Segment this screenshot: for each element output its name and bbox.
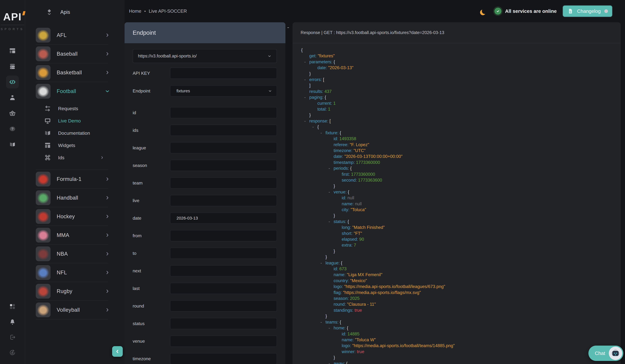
submenu-item-live-demo[interactable]: Live Demo <box>25 115 125 127</box>
param-league-input[interactable] <box>170 142 277 153</box>
param-ids-input[interactable] <box>170 125 277 136</box>
param-row-round: round <box>133 300 277 311</box>
submenu-item-label: Ids <box>58 155 100 160</box>
sidebar-item-mma[interactable]: MMA <box>25 226 125 244</box>
response-header-text: Response | GET : https://v3.football.api… <box>301 30 444 35</box>
breadcrumb-home[interactable]: Home <box>129 8 141 14</box>
sidebar-header-apis[interactable]: Apis <box>25 0 125 26</box>
sidebar-item-afl[interactable]: AFL <box>25 26 125 44</box>
json-line: -{ <box>317 124 618 130</box>
json-collapse-toggle[interactable]: - <box>329 219 330 224</box>
rail-notifications-button[interactable] <box>6 315 19 328</box>
sidebar-item-formula-1[interactable]: Formula-1 <box>25 170 125 188</box>
param-live-input[interactable] <box>170 195 277 206</box>
chevron-right-icon <box>105 251 110 256</box>
json-collapse-toggle[interactable]: - <box>329 361 330 364</box>
json-collapse-toggle[interactable]: - <box>329 189 330 195</box>
param-last-input[interactable] <box>170 283 277 294</box>
param-team-input[interactable] <box>170 177 277 189</box>
json-collapse-toggle[interactable]: - <box>304 77 306 83</box>
chevron-right-icon <box>105 195 110 200</box>
param-to-input[interactable] <box>170 248 277 259</box>
param-row-ids: ids <box>133 125 277 136</box>
rail-dashboard-button[interactable] <box>6 44 19 57</box>
submenu-item-widgets[interactable]: Widgets <box>25 139 125 151</box>
submenu-item-ids[interactable]: Ids <box>25 151 125 164</box>
rail-apps-button[interactable] <box>6 300 19 313</box>
api-sports-logo[interactable]: API SPORTS <box>1 12 24 31</box>
json-line: } <box>325 313 618 319</box>
param-season-input[interactable] <box>170 160 277 171</box>
submenu-item-requests[interactable]: Requests <box>25 102 125 115</box>
sidebar-item-handball[interactable]: Handball <box>25 189 125 207</box>
json-line: get: "fixtures" <box>309 53 618 59</box>
json-line: } <box>334 355 618 361</box>
param-date-input[interactable]: 2026-03-13 <box>170 213 277 224</box>
sidebar-item-volleyball[interactable]: Volleyball <box>25 301 125 319</box>
rail-help-button[interactable]: ? <box>6 122 19 135</box>
json-line: -fixture: { <box>325 130 618 136</box>
chevron-down-icon <box>105 88 110 94</box>
bell-icon <box>9 318 16 326</box>
rail-live-demo-button[interactable] <box>6 76 19 88</box>
api-key-label: API KEY <box>133 71 170 76</box>
param-venue-input[interactable] <box>170 336 277 347</box>
basketball-sport-art <box>36 65 51 80</box>
sidebar-item-nfl[interactable]: NFL <box>25 263 125 282</box>
param-id-input[interactable] <box>170 107 277 118</box>
chat-label: Chat <box>595 350 605 356</box>
json-line: -errors: [ <box>309 77 618 83</box>
changelog-button[interactable]: Changelog <box>563 6 612 17</box>
json-collapse-toggle[interactable]: - <box>304 118 306 124</box>
param-timezone-input[interactable] <box>170 353 277 364</box>
football-submenu: RequestsLive DemoDocumentationWidgetsIds <box>25 100 125 169</box>
status-text: All services are online <box>505 8 557 14</box>
json-collapse-toggle[interactable]: - <box>329 325 330 331</box>
param-from-input[interactable] <box>170 230 277 241</box>
param-round-input[interactable] <box>170 300 277 311</box>
json-line: -parameters: { <box>309 59 618 65</box>
sidebar-item-rugby[interactable]: Rugby <box>25 282 125 300</box>
json-line: -league: { <box>325 260 618 266</box>
param-next-input[interactable] <box>170 265 277 277</box>
sidebar-item-label: AFL <box>57 32 105 38</box>
api-key-input[interactable] <box>170 68 277 79</box>
json-collapse-toggle[interactable]: - <box>304 94 306 100</box>
base-url-select[interactable]: https://v3.football.api-sports.io/ <box>133 49 277 63</box>
param-venue-label: venue <box>133 339 170 344</box>
json-line: id: null <box>342 195 618 201</box>
sidebar-item-football[interactable]: Football <box>25 82 125 100</box>
chevron-right-icon <box>105 214 110 219</box>
sidebar-divider <box>36 319 108 319</box>
rail-subscriptions-button[interactable] <box>6 107 19 120</box>
app-root: API SPORTS ? Apis AFLBaseballBasketballF… <box>0 0 625 364</box>
nfl-sport-art <box>36 265 51 280</box>
chat-button[interactable]: Chat <box>588 346 623 361</box>
json-line: -status: { <box>334 219 618 224</box>
rail-account-button[interactable] <box>6 91 19 104</box>
sidebar-item-nba[interactable]: NBA <box>25 245 125 263</box>
json-collapse-toggle[interactable]: - <box>320 319 322 325</box>
sidebar-item-basketball[interactable]: Basketball <box>25 63 125 82</box>
theme-moon-icon[interactable] <box>482 8 487 14</box>
json-collapse-toggle[interactable]: - <box>304 59 306 65</box>
endpoint-select[interactable]: fixtures <box>170 85 277 96</box>
sidebar-collapse-button[interactable] <box>112 346 123 357</box>
book-icon <box>9 141 16 148</box>
json-collapse-toggle[interactable]: - <box>320 130 322 136</box>
json-collapse-toggle[interactable]: - <box>329 166 330 171</box>
rail-server-button[interactable] <box>6 60 19 73</box>
json-collapse-toggle[interactable]: - <box>320 260 322 266</box>
json-collapse-toggle[interactable]: - <box>312 124 314 130</box>
rail-documentation-button[interactable] <box>6 138 19 151</box>
submenu-item-documentation[interactable]: Documentation <box>25 127 125 139</box>
rail-logout-button[interactable] <box>6 331 19 344</box>
nba-sport-art <box>36 247 51 261</box>
param-status-input[interactable] <box>170 318 277 329</box>
sidebar-item-hockey[interactable]: Hockey <box>25 207 125 226</box>
minimize-response-button[interactable]: - <box>287 24 289 31</box>
sidebar-item-baseball[interactable]: Baseball <box>25 45 125 63</box>
formula-1-sport-art <box>36 172 51 187</box>
param-season-label: season <box>133 163 170 168</box>
rail-reset-password-button[interactable] <box>6 346 19 359</box>
